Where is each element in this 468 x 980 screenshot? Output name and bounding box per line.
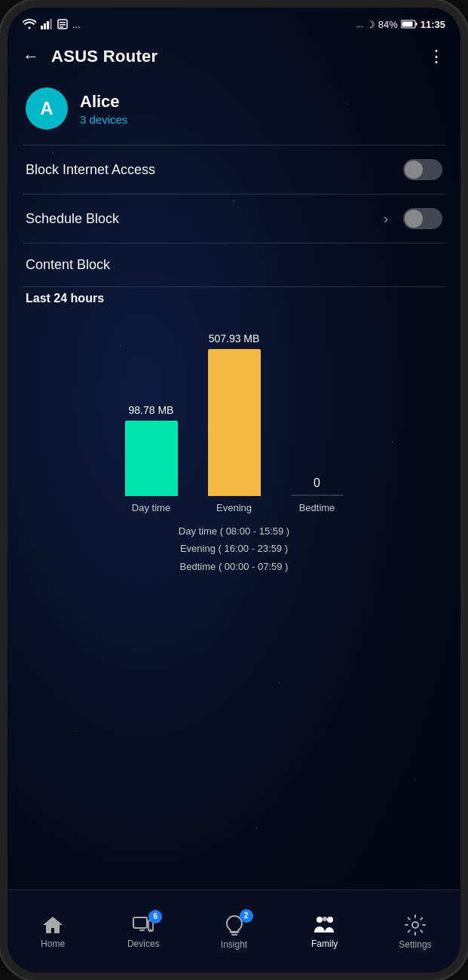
toggle-knob xyxy=(405,161,423,179)
svg-rect-11 xyxy=(133,917,147,928)
svg-rect-6 xyxy=(60,24,66,26)
svg-rect-5 xyxy=(60,22,66,23)
svg-rect-0 xyxy=(41,26,43,29)
bottom-nav: Home 6 Devices xyxy=(8,890,460,972)
wifi-icon xyxy=(23,19,36,29)
nav-icon-settings-wrap xyxy=(404,914,427,936)
header: ← ASUS Router ⋮ xyxy=(8,38,460,75)
bar-bedtime xyxy=(291,495,344,496)
status-left: ... xyxy=(23,19,81,30)
nav-label-family: Family xyxy=(311,939,338,949)
chart-title: Last 24 hours xyxy=(26,287,442,317)
bar-value-daytime: 98.78 MB xyxy=(129,404,174,416)
profile-section: A Alice 3 devices xyxy=(8,75,460,145)
schedule-block-label: Schedule Block xyxy=(26,211,375,227)
svg-point-17 xyxy=(317,917,323,923)
battery-icon xyxy=(401,20,418,29)
bar-evening xyxy=(208,349,261,496)
svg-rect-14 xyxy=(150,929,152,930)
content-block-row[interactable]: Content Block xyxy=(8,243,460,286)
time-display: 11:35 xyxy=(421,19,445,30)
signal-icon xyxy=(41,19,53,29)
profile-info: Alice 3 devices xyxy=(80,92,127,126)
family-icon xyxy=(312,914,338,936)
profile-devices: 3 devices xyxy=(80,113,127,126)
profile-name: Alice xyxy=(80,92,127,112)
nav-icon-home-wrap xyxy=(41,914,64,936)
battery-level: 84% xyxy=(378,19,398,30)
schedule-block-row: Schedule Block › xyxy=(8,194,460,243)
more-menu-button[interactable]: ⋮ xyxy=(428,47,445,66)
svg-point-18 xyxy=(327,917,333,923)
svg-rect-2 xyxy=(47,21,49,29)
bar-label-bedtime: Bedtime xyxy=(299,502,335,513)
nav-item-insight[interactable]: 2 Insight xyxy=(188,914,279,950)
svg-rect-15 xyxy=(231,932,238,933)
bar-item-evening: 507.93 MB Evening xyxy=(208,332,261,513)
insight-badge: 2 xyxy=(240,909,253,923)
chevron-right-icon: › xyxy=(384,211,388,227)
schedule-block-toggle[interactable] xyxy=(403,208,442,229)
svg-rect-1 xyxy=(44,23,46,29)
toggle-knob-2 xyxy=(405,210,423,228)
chart-section: Last 24 hours 98.78 MB Day time 507.93 M… xyxy=(8,287,460,581)
moon-icon: ☽ xyxy=(366,19,375,30)
svg-rect-9 xyxy=(402,22,412,27)
nav-item-devices[interactable]: 6 Devices xyxy=(98,914,188,949)
phone-frame: ... ... ☽ 84% 11:35 ← ASUS Router ⋮ xyxy=(0,0,468,980)
svg-rect-16 xyxy=(231,934,237,936)
svg-rect-10 xyxy=(415,23,417,26)
bar-value-bedtime: 0 xyxy=(314,476,320,490)
nav-label-devices: Devices xyxy=(127,939,160,949)
bar-daytime xyxy=(125,421,178,496)
svg-point-19 xyxy=(323,917,327,921)
nav-icon-family-wrap xyxy=(312,914,338,936)
svg-rect-7 xyxy=(60,26,63,28)
devices-badge: 6 xyxy=(148,910,162,923)
bar-label-evening: Evening xyxy=(216,502,252,513)
avatar: A xyxy=(26,87,68,130)
nav-item-home[interactable]: Home xyxy=(8,914,98,949)
bar-item-daytime: 98.78 MB Day time xyxy=(125,404,178,513)
nav-icon-devices-wrap: 6 xyxy=(132,914,154,936)
sim-icon xyxy=(57,19,68,29)
nav-label-settings: Settings xyxy=(399,939,431,950)
settings-icon xyxy=(404,914,427,936)
nav-item-settings[interactable]: Settings xyxy=(370,914,460,950)
svg-rect-12 xyxy=(139,929,145,931)
block-internet-label: Block Internet Access xyxy=(26,162,394,178)
chart-legend: Day time ( 08:00 - 15:59 ) Evening ( 16:… xyxy=(26,513,442,581)
status-bar: ... ... ☽ 84% 11:35 xyxy=(8,8,460,38)
svg-rect-3 xyxy=(50,19,52,29)
nav-label-home: Home xyxy=(41,939,65,949)
back-button[interactable]: ← xyxy=(23,47,39,66)
bar-chart: 98.78 MB Day time 507.93 MB Evening 0 Be… xyxy=(26,317,442,513)
legend-evening: Evening ( 16:00 - 23:59 ) xyxy=(26,540,442,557)
svg-point-20 xyxy=(412,922,418,928)
page-title: ASUS Router xyxy=(51,47,416,66)
block-internet-row: Block Internet Access xyxy=(8,145,460,194)
nav-item-family[interactable]: Family xyxy=(280,914,370,949)
content-block-label: Content Block xyxy=(26,257,110,273)
status-dots: ... xyxy=(72,19,81,30)
phone-screen: ... ... ☽ 84% 11:35 ← ASUS Router ⋮ xyxy=(8,8,460,972)
status-dots-right: ... xyxy=(356,20,363,29)
bar-item-bedtime: 0 Bedtime xyxy=(291,476,344,513)
block-internet-toggle[interactable] xyxy=(403,159,442,180)
legend-bedtime: Bedtime ( 00:00 - 07:59 ) xyxy=(26,558,442,575)
home-icon xyxy=(41,914,64,936)
bar-label-daytime: Day time xyxy=(132,502,170,513)
status-right: ... ☽ 84% 11:35 xyxy=(356,19,445,30)
nav-label-insight: Insight xyxy=(221,939,247,950)
bar-value-evening: 507.93 MB xyxy=(209,332,260,345)
nav-icon-insight-wrap: 2 xyxy=(223,914,246,936)
legend-daytime: Day time ( 08:00 - 15:59 ) xyxy=(26,522,442,540)
